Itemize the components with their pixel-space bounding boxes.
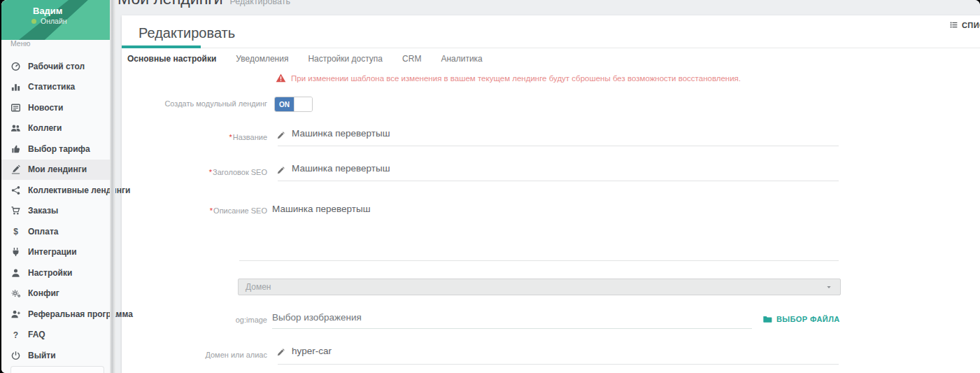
share-icon (10, 185, 21, 195)
list-icon (949, 20, 958, 29)
sidebar-item-label: Оплата (28, 227, 58, 237)
sidebar-item-label: Заказы (28, 206, 58, 216)
sidebar-item-label: Интеграции (28, 247, 77, 257)
title-field-label: Название (122, 133, 267, 141)
sidebar-item[interactable]: Мои лендинги (1, 160, 110, 181)
sidebar: Вадим Онлайн Меню Рабочий столСтатистика… (1, 0, 110, 373)
tab-bar: Основные настройкиУведомленияНастройки д… (122, 50, 492, 68)
seo-description-input[interactable]: Машинка перевертыш (272, 204, 370, 214)
sidebar-item-label: Конфиг (28, 288, 59, 298)
title-field-input[interactable]: Машинка перевертыш (292, 128, 390, 139)
user-icon (10, 267, 21, 278)
seo-title-input[interactable]: Машинка перевертыш (292, 163, 390, 174)
warning-text: При изменении шаблона все изменения в ва… (291, 73, 741, 83)
sidebar-item[interactable]: Рабочий стол (1, 56, 110, 77)
title-field-underline (278, 146, 839, 146)
app-window: Мои лендинги Редактировать Редактировать… (1, 0, 980, 373)
tab[interactable]: Основные настройки (122, 50, 226, 68)
sidebar-scrollbar[interactable] (110, 0, 115, 373)
alias-field-label: Домен или алиас (122, 351, 267, 359)
sidebar-item-label: Реферальная программа (28, 309, 133, 319)
pencil-icon (276, 131, 285, 140)
sidebar-item-label: Рабочий стол (28, 62, 85, 71)
seo-title-label: Заголовок SEO (122, 168, 267, 176)
edit-card: Редактировать СПИСОК Основные настройкиУ… (122, 15, 980, 373)
tab-bar-divider (122, 48, 980, 48)
sidebar-item[interactable]: Конфиг (1, 283, 110, 304)
sidebar-menu: Рабочий столСтатистикаНовостиКоллегиВыбо… (1, 56, 110, 366)
sidebar-item[interactable]: Выбор тарифа (1, 139, 110, 160)
folder-icon (762, 314, 772, 324)
seo-description-underline (239, 260, 839, 261)
og-image-label: og:image (122, 316, 267, 324)
list-view-button[interactable]: СПИСОК (949, 20, 980, 29)
alias-field-underline (278, 364, 839, 365)
question-icon: ? (10, 330, 21, 340)
screenshot-stage: Мои лендинги Редактировать Редактировать… (0, 0, 980, 373)
cogs-icon (10, 288, 21, 299)
sidebar-item[interactable]: Настройки (1, 262, 110, 283)
power-icon (10, 350, 21, 360)
tab[interactable]: Уведомления (226, 50, 298, 68)
sidebar-item[interactable]: Статистика (1, 77, 110, 98)
page-header: Мои лендинги Редактировать (118, 0, 290, 8)
toggle-on-label: ON (275, 97, 294, 111)
tab[interactable]: Аналитика (431, 50, 492, 68)
pencil-icon (276, 166, 285, 175)
list-button-label: СПИСОК (962, 21, 980, 29)
caret-down-icon (825, 283, 833, 291)
alias-field-input[interactable]: hyper-car (292, 346, 332, 356)
thumbs-up-icon (10, 143, 21, 154)
sidebar-item-label: Статистика (28, 82, 75, 92)
pencil-icon (276, 348, 285, 357)
main-area: Мои лендинги Редактировать Редактировать… (115, 0, 980, 373)
toggle-handle (294, 97, 312, 111)
user-plus-icon (10, 309, 21, 319)
user-name: Вадим (33, 6, 62, 16)
sidebar-item[interactable]: Коллективные лендинги (1, 180, 110, 201)
sidebar-bottom-card (10, 366, 104, 373)
module-toggle[interactable]: ON (274, 97, 313, 112)
sidebar-item-label: Выйти (28, 351, 56, 360)
tab[interactable]: CRM (392, 50, 431, 68)
card-title: Редактировать (139, 25, 235, 41)
choose-file-label: ВЫБОР ФАЙЛА (776, 315, 840, 323)
edit-doc-icon (10, 164, 21, 175)
seo-description-label: Описание SEO (122, 206, 267, 215)
domain-select-value: Домен (246, 282, 825, 292)
sidebar-item-label: Новости (28, 103, 63, 113)
chart-icon (10, 82, 21, 92)
dollar-icon: $ (10, 226, 21, 237)
cart-icon (10, 206, 21, 216)
seo-title-underline (278, 181, 839, 181)
choose-file-button[interactable]: ВЫБОР ФАЙЛА (762, 314, 840, 324)
sidebar-item[interactable]: Коллеги (1, 118, 110, 139)
tab[interactable]: Настройки доступа (298, 50, 392, 68)
domain-select[interactable]: Домен (238, 279, 841, 295)
sidebar-item-label: Настройки (28, 268, 72, 278)
sidebar-item[interactable]: Реферальная программа (1, 304, 110, 325)
module-toggle-label: Создать модульный лендинг (122, 99, 267, 108)
sidebar-item[interactable]: Заказы (1, 201, 110, 222)
template-warning: При изменении шаблона все изменения в ва… (276, 73, 741, 83)
sidebar-item[interactable]: Интеграции (1, 242, 110, 263)
page-subtitle: Редактировать (230, 0, 290, 6)
sidebar-item[interactable]: Новости (1, 97, 110, 118)
sidebar-user-panel: Вадим Онлайн (1, 0, 110, 40)
sidebar-item-label: Мои лендинги (28, 164, 87, 174)
warning-icon (276, 73, 286, 83)
sidebar-item[interactable]: Выйти (1, 345, 110, 366)
gauge-icon (10, 61, 21, 71)
og-image-underline (272, 328, 752, 329)
news-icon (10, 102, 21, 113)
page-title: Мои лендинги (118, 0, 223, 8)
plug-icon (10, 247, 21, 258)
og-image-input[interactable]: Выбор изображения (272, 312, 362, 323)
sidebar-item[interactable]: ?FAQ (1, 325, 110, 346)
sidebar-item[interactable]: $Оплата (1, 221, 110, 242)
users-icon (10, 123, 21, 134)
sidebar-item-label: Выбор тарифа (28, 144, 90, 154)
active-tab-indicator (122, 45, 201, 48)
sidebar-item-label: FAQ (28, 330, 45, 339)
menu-section-label: Меню (10, 39, 30, 48)
